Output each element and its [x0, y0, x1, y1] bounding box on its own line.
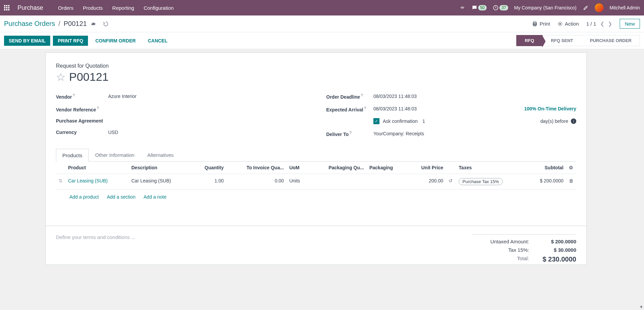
status-steps: RFQ RFQ SENT PURCHASE ORDER: [516, 35, 640, 46]
vendor-value[interactable]: Azure Interior: [108, 94, 306, 99]
col-unit-price[interactable]: Unit Price: [407, 162, 446, 174]
breadcrumb-root[interactable]: Purchase Orders: [4, 20, 55, 28]
print-button[interactable]: Print: [532, 21, 550, 27]
nav-reporting[interactable]: Reporting: [112, 5, 134, 11]
nav-configuration[interactable]: Configuration: [144, 5, 174, 11]
line-unit-price[interactable]: 200.00: [407, 174, 446, 189]
nav-orders[interactable]: Orders: [58, 5, 73, 11]
breadcrumb-current: P00121: [64, 20, 87, 28]
tools-icon[interactable]: [583, 5, 589, 11]
line-product[interactable]: Car Leasing (SUB): [65, 174, 129, 189]
favorite-star-icon[interactable]: ☆: [56, 71, 66, 83]
add-note-link[interactable]: Add a note: [144, 194, 166, 200]
status-bar: SEND BY EMAIL PRINT RFQ CONFIRM ORDER CA…: [0, 32, 644, 49]
col-subtotal[interactable]: Subtotal: [525, 162, 566, 174]
days-before-label: day(s) before: [541, 118, 568, 124]
vendor-label: Vendor?: [56, 93, 108, 100]
send-by-email-button[interactable]: SEND BY EMAIL: [4, 36, 50, 46]
on-time-delivery[interactable]: 100% On-Time Delivery: [524, 106, 576, 111]
step-purchase-order[interactable]: PURCHASE ORDER: [581, 35, 640, 46]
col-to-invoice[interactable]: To Invoice Qua...: [226, 162, 287, 174]
untaxed-value: $ 200.0000: [539, 239, 576, 244]
messages-icon[interactable]: 50: [471, 5, 487, 11]
totals: Untaxed Amount: $ 200.0000 Tax 15%: $ 30…: [472, 234, 576, 265]
arrival-label: Expected Arrival?: [326, 106, 373, 112]
table-row[interactable]: ⇅ Car Leasing (SUB) Car Leasing (SUB) 1.…: [56, 174, 576, 189]
info-icon[interactable]: i: [571, 118, 576, 124]
save-cloud-icon[interactable]: [90, 22, 96, 26]
ask-confirmation-label: Ask confirmation: [383, 118, 418, 124]
doc-type-label: Request for Quotation: [56, 63, 576, 69]
pager-next-icon[interactable]: ❯: [608, 21, 612, 27]
cancel-button[interactable]: CANCEL: [143, 36, 172, 46]
terms-input[interactable]: Define your terms and conditions ...: [56, 234, 472, 265]
tax-value: $ 30.0000: [539, 247, 576, 253]
line-description[interactable]: Car Leasing (SUB): [129, 174, 192, 189]
pager-prev-icon[interactable]: ❮: [600, 21, 605, 27]
print-label: Print: [540, 21, 550, 27]
columns-config-icon[interactable]: ⚙: [569, 165, 573, 170]
col-description[interactable]: Description: [129, 162, 192, 174]
print-rfq-button[interactable]: PRINT RFQ: [53, 36, 88, 46]
svg-point-4: [559, 23, 561, 25]
breadcrumb-separator: /: [58, 20, 60, 28]
col-pkg-qty[interactable]: Packaging Qu...: [309, 162, 367, 174]
deadline-label: Order Deadline?: [326, 93, 373, 100]
line-tax-chip[interactable]: Purchase Tax 15%: [459, 178, 502, 185]
confirm-order-button[interactable]: CONFIRM ORDER: [91, 36, 141, 46]
breadcrumb: Purchase Orders / P00121: [4, 20, 109, 28]
pager: 1 / 1 ❮ ❯: [586, 21, 612, 27]
form-sheet: Request for Quotation ☆ P00121 Vendor? A…: [45, 53, 587, 265]
messages-badge: 50: [478, 5, 487, 10]
col-packaging[interactable]: Packaging: [367, 162, 407, 174]
col-taxes[interactable]: Taxes: [456, 162, 525, 174]
add-section-link[interactable]: Add a section: [107, 194, 135, 200]
delete-row-icon[interactable]: 🗑: [566, 174, 576, 189]
user-name[interactable]: Mitchell Admin: [610, 5, 640, 10]
order-lines-table: Product Description Quantity To Invoice …: [56, 162, 576, 190]
ask-confirmation-days[interactable]: 1: [422, 118, 425, 124]
tab-other-information[interactable]: Other Information: [89, 148, 141, 161]
line-to-invoice[interactable]: 0.00: [226, 174, 287, 189]
add-links: Add a product Add a section Add a note: [56, 190, 576, 206]
doc-title: P00121: [69, 70, 109, 83]
gear-icon: [557, 21, 563, 27]
action-button[interactable]: Action: [557, 21, 579, 27]
currency-label: Currency: [56, 130, 108, 135]
topbar: Purchase Orders Products Reporting Confi…: [0, 0, 644, 15]
deliver-to-label: Deliver To?: [326, 130, 373, 137]
step-rfq-sent[interactable]: RFQ SENT: [543, 35, 582, 46]
wifi-icon[interactable]: [459, 5, 465, 11]
discard-icon[interactable]: [103, 21, 109, 27]
drag-handle-icon[interactable]: ⇅: [56, 174, 65, 189]
control-bar: Purchase Orders / P00121 Print Action 1 …: [0, 15, 644, 32]
history-icon[interactable]: ↺: [449, 178, 453, 183]
col-uom[interactable]: UoM: [286, 162, 309, 174]
untaxed-label: Untaxed Amount:: [472, 239, 529, 244]
arrival-value[interactable]: 08/03/2023 11:48:03: [373, 106, 524, 111]
new-button[interactable]: New: [620, 19, 640, 29]
line-subtotal: $ 200.0000: [525, 174, 566, 189]
deadline-value[interactable]: 08/03/2023 11:48:03: [373, 94, 576, 99]
currency-value[interactable]: USD: [108, 130, 306, 135]
activities-icon[interactable]: 37: [493, 5, 508, 11]
line-uom[interactable]: Units: [286, 174, 309, 189]
col-product[interactable]: Product: [65, 162, 129, 174]
avatar[interactable]: [595, 3, 604, 12]
tab-alternatives[interactable]: Alternatives: [141, 148, 180, 161]
line-quantity[interactable]: 1.00: [192, 174, 226, 189]
deliver-to-value[interactable]: YourCompany: Receipts: [373, 131, 576, 136]
company-switcher[interactable]: My Company (San Francisco): [514, 5, 577, 10]
add-product-link[interactable]: Add a product: [69, 194, 99, 200]
col-quantity[interactable]: Quantity: [192, 162, 226, 174]
tab-products[interactable]: Products: [56, 149, 89, 162]
app-brand[interactable]: Purchase: [18, 4, 43, 11]
apps-icon[interactable]: [4, 5, 9, 10]
nav-products[interactable]: Products: [83, 5, 103, 11]
step-rfq[interactable]: RFQ: [516, 35, 542, 46]
line-packaging[interactable]: [367, 174, 407, 189]
ask-confirmation-checkbox[interactable]: ✓: [373, 118, 379, 124]
line-pkg-qty[interactable]: [309, 174, 367, 189]
vendor-ref-label: Vendor Reference?: [56, 106, 108, 112]
tax-label: Tax 15%:: [472, 247, 529, 253]
